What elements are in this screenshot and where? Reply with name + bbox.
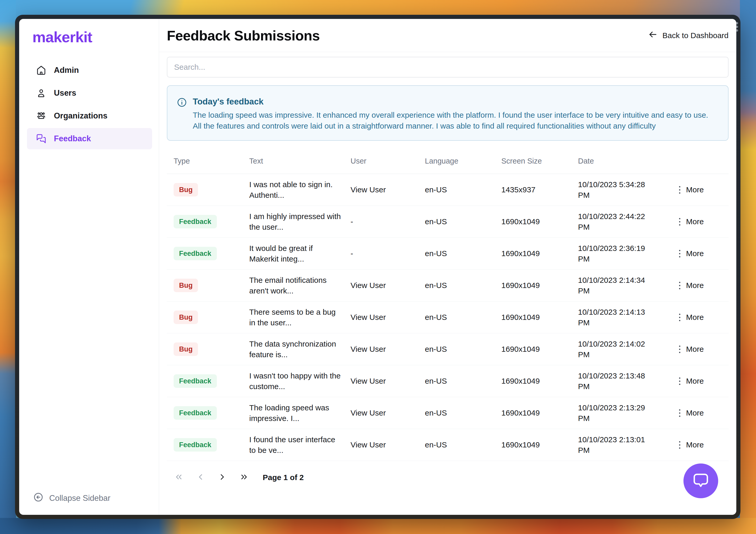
feedback-text-cell: I was not able to sign in. Authenti... [242, 175, 344, 205]
feedback-text-cell: It would be great if Makerkit integ... [242, 238, 344, 269]
next-page-button[interactable] [217, 472, 228, 483]
language-cell: en-US [418, 345, 495, 353]
table-row: Feedback The loading speed was impressiv… [167, 397, 729, 429]
back-to-dashboard-link[interactable]: Back to Dashboard [648, 30, 729, 41]
sidebar-item-users[interactable]: Users [27, 82, 152, 104]
vertical-ellipsis-icon [679, 346, 680, 353]
type-cell: Bug [167, 311, 242, 324]
chat-widget-button[interactable] [684, 464, 718, 498]
date-cell: 10/10/2023 2:13:01 PM [571, 434, 650, 456]
feedback-text-cell: The loading speed was impressive. I... [242, 398, 344, 429]
column-header-language: Language [418, 157, 495, 165]
date-cell: 10/10/2023 2:36:19 PM [571, 243, 650, 265]
table-row: Bug There seems to be a bug in the user.… [167, 301, 729, 333]
home-icon [36, 65, 46, 75]
page-indicator: Page 1 of 2 [263, 473, 304, 482]
wallpaper-right-strip [740, 0, 756, 534]
type-badge: Bug [174, 279, 198, 292]
feedback-table-body: Bug I was not able to sign in. Authenti.… [167, 174, 729, 461]
type-cell: Feedback [167, 247, 242, 260]
more-button[interactable]: More [660, 185, 729, 194]
screen-size-cell: 1435x937 [495, 185, 571, 194]
date-cell: 10/10/2023 2:14:13 PM [571, 307, 650, 328]
previous-page-button[interactable] [195, 472, 206, 483]
user-cell[interactable]: View User [344, 377, 418, 385]
feedback-text-cell: I wasn't too happy with the custome... [242, 366, 344, 397]
banner-body: The loading speed was impressive. It enh… [193, 110, 718, 131]
page-title: Feedback Submissions [167, 27, 320, 43]
date-cell: 10/10/2023 2:13:29 PM [571, 402, 650, 424]
search-input[interactable] [167, 57, 729, 77]
more-button[interactable]: More [660, 345, 729, 353]
language-cell: en-US [418, 217, 495, 226]
more-button-label: More [686, 408, 704, 417]
type-badge: Bug [174, 342, 198, 356]
sidebar-item-organizations[interactable]: Organizations [27, 105, 152, 126]
collapse-sidebar-button[interactable]: Collapse Sidebar [27, 492, 152, 504]
table-row: Feedback I found the user interface to b… [167, 429, 729, 461]
feedback-text-cell: I am highly impressed with the user... [242, 206, 344, 237]
wallpaper-bottom-strip [0, 518, 756, 534]
last-page-button[interactable] [239, 472, 249, 483]
sidebar: makerkit Admin Users [19, 19, 159, 515]
user-cell[interactable]: View User [344, 440, 418, 449]
app-window-content: makerkit Admin Users [19, 19, 736, 515]
type-cell: Feedback [167, 438, 242, 452]
more-button-label: More [686, 217, 704, 226]
more-button[interactable]: More [660, 408, 729, 417]
more-button[interactable]: More [660, 217, 729, 226]
column-header-screen-size: Screen Size [495, 157, 571, 165]
more-button[interactable]: More [660, 440, 729, 449]
user-cell[interactable]: View User [344, 185, 418, 194]
screen-size-cell: 1690x1049 [495, 408, 571, 417]
sidebar-item-admin[interactable]: Admin [27, 60, 152, 81]
vertical-ellipsis-icon [679, 441, 680, 449]
more-button-label: More [686, 185, 704, 194]
table-row: Feedback It would be great if Makerkit i… [167, 238, 729, 269]
user-icon [36, 88, 46, 98]
user-cell: - [344, 249, 418, 258]
language-cell: en-US [418, 185, 495, 194]
first-page-button[interactable] [174, 472, 184, 483]
table-row: Feedback I am highly impressed with the … [167, 206, 729, 238]
chat-bubbles-icon [36, 134, 46, 144]
language-cell: en-US [418, 377, 495, 385]
more-button[interactable]: More [660, 377, 729, 385]
feedback-text-cell: I found the user interface to be ve... [242, 430, 344, 461]
sidebar-item-feedback[interactable]: Feedback [27, 128, 152, 149]
date-cell: 10/10/2023 5:34:28 PM [571, 179, 650, 201]
vertical-ellipsis-icon [679, 250, 680, 257]
type-badge: Feedback [174, 247, 217, 260]
vertical-ellipsis-icon [679, 186, 680, 194]
type-cell: Feedback [167, 374, 242, 388]
more-button[interactable]: More [660, 313, 729, 322]
chevron-left-icon [196, 472, 205, 483]
makerkit-logo: makerkit [32, 28, 152, 45]
vertical-ellipsis-icon [679, 282, 680, 289]
type-cell: Feedback [167, 406, 242, 420]
more-button[interactable]: More [660, 249, 729, 258]
chat-bubble-icon [691, 471, 711, 491]
type-cell: Bug [167, 279, 242, 292]
pagination: Page 1 of 2 [167, 461, 729, 483]
screen-size-cell: 1690x1049 [495, 345, 571, 353]
feedback-text-cell: The email notifications aren't work... [242, 270, 344, 301]
language-cell: en-US [418, 408, 495, 417]
type-badge: Bug [174, 183, 198, 196]
arrow-left-icon [648, 30, 658, 41]
more-button[interactable]: More [660, 281, 729, 290]
desktop-wallpaper: makerkit Admin Users [0, 0, 756, 534]
user-cell[interactable]: View User [344, 313, 418, 322]
language-cell: en-US [418, 281, 495, 290]
more-button-label: More [686, 377, 704, 385]
language-cell: en-US [418, 313, 495, 322]
chevron-right-icon [218, 472, 227, 483]
user-cell[interactable]: View User [344, 345, 418, 353]
user-cell[interactable]: View User [344, 408, 418, 417]
screen-size-cell: 1690x1049 [495, 249, 571, 258]
date-cell: 10/10/2023 2:44:22 PM [571, 211, 650, 233]
sidebar-item-label: Users [54, 88, 76, 98]
user-cell[interactable]: View User [344, 281, 418, 290]
type-badge: Feedback [174, 374, 217, 388]
wallpaper-left-strip [0, 0, 16, 534]
